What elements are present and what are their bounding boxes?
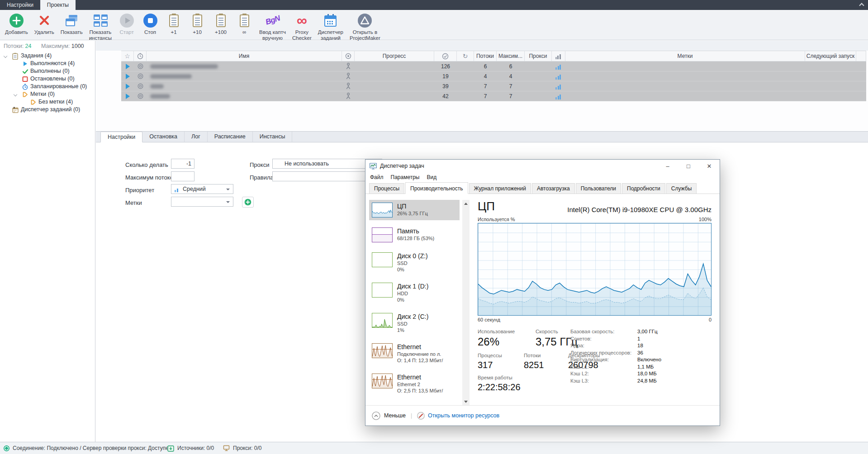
add-1-try-button[interactable]: +1 (162, 10, 185, 35)
disk1-mini-chart (372, 283, 393, 298)
add-10-tries-button[interactable]: +10 (185, 10, 209, 35)
task-row[interactable]: 126 6 6 (121, 61, 866, 71)
next-run-column-header[interactable]: Следующий запуск (805, 51, 856, 61)
favorite-column-header[interactable]: ☆ (121, 51, 134, 61)
menu-view[interactable]: Вид (423, 174, 440, 180)
minimize-button[interactable]: – (657, 160, 678, 172)
person-icon (345, 63, 351, 70)
tab-settings[interactable]: Настройки (100, 132, 142, 142)
state-column-header[interactable] (134, 51, 147, 61)
tab-instances[interactable]: Инстансы (253, 132, 293, 142)
check-circle-icon (442, 53, 449, 60)
start-button[interactable]: Старт (115, 10, 138, 35)
tab-schedule[interactable]: Расписание (208, 132, 253, 142)
proxy-checker-button[interactable]: ∞ Proxy Checker (289, 10, 315, 41)
task-scheduler-button[interactable]: Диспетчер заданий (315, 10, 346, 41)
perf-item-ethernet1[interactable]: EthernetПодключение по л.О: 1,4 П: 12,3 … (369, 340, 460, 366)
perf-item-cpu[interactable]: ЦП26% 3,75 ГГц (369, 200, 460, 220)
add-label-button[interactable] (242, 197, 254, 208)
menu-file[interactable]: Файл (366, 174, 387, 180)
open-resource-monitor-link[interactable]: Открыть монитор ресурсов (428, 412, 499, 419)
timer-icon (22, 84, 28, 90)
menu-options[interactable]: Параметры (387, 174, 423, 180)
max-column-header[interactable]: Максим... (497, 51, 525, 61)
stop-button[interactable]: Стоп (138, 10, 162, 35)
close-button[interactable]: ✕ (699, 160, 720, 172)
proxy-column-header[interactable]: Прокси (525, 51, 552, 61)
add-100-tries-button[interactable]: +100 (209, 10, 232, 35)
show-button[interactable]: Показать (57, 10, 86, 35)
cpu-details: Базовая скорость:3,00 ГГц Сокетов:1 Ядра… (570, 328, 711, 384)
start-icon (119, 12, 134, 29)
stats-column-header[interactable] (552, 51, 565, 61)
max-threads-input[interactable] (171, 171, 194, 181)
perf-item-memory[interactable]: Память68/128 ГБ (53%) (369, 225, 460, 245)
tab-users[interactable]: Пользователи (576, 183, 621, 194)
add-button[interactable]: Добавить (2, 10, 31, 35)
manual-captcha-button[interactable]: BgN Ввод каптч вручную (256, 10, 289, 41)
retry-column-header[interactable]: ↻ (457, 51, 474, 61)
tree-item-stopped[interactable]: Остановлены (0) (0, 75, 95, 83)
sidebar-scrollbar[interactable] (462, 200, 470, 405)
stats-icon[interactable] (555, 93, 562, 99)
tree-item-completed[interactable]: Выполнены (0) (0, 67, 95, 75)
threads-column-header[interactable]: Потоки (474, 51, 497, 61)
tab-stop[interactable]: Остановка (142, 132, 185, 142)
tree-item-running[interactable]: Выполняются (4) (0, 60, 95, 67)
tree-item-labels[interactable]: Метки (0) (0, 90, 95, 98)
tab-performance[interactable]: Производительность (405, 182, 468, 194)
tree-item-no-label[interactable]: Без метки (4) (0, 98, 95, 106)
open-in-projectmaker-button[interactable]: Открыть в ProjectMaker (346, 10, 384, 41)
maximize-button[interactable]: □ (678, 160, 699, 172)
app-tab-settings[interactable]: Настройки (0, 0, 40, 10)
perf-item-ethernet2[interactable]: EthernetEthernet 2О: 2,5 П: 13,5 Мбит/ (369, 371, 460, 397)
tab-log[interactable]: Лог (185, 132, 208, 142)
scroll-down-icon[interactable] (462, 398, 470, 405)
tree-item-tasks[interactable]: Задания (4) (0, 52, 95, 60)
running-icon (126, 64, 130, 69)
progress-column-header[interactable]: Прогресс (355, 51, 434, 61)
task-name-redacted (150, 84, 164, 89)
stats-icon[interactable] (555, 83, 562, 90)
cpu-usage-chart[interactable] (478, 223, 711, 316)
tab-processes[interactable]: Процессы (369, 183, 404, 194)
tree-item-scheduled[interactable]: Запланированные (0) (0, 83, 95, 90)
taskmgr-title-bar[interactable]: Диспетчер задач – □ ✕ (365, 160, 720, 172)
perf-item-disk0[interactable]: Диск 0 (Z:)SSD0% (369, 250, 460, 275)
expander-icon[interactable] (4, 54, 7, 58)
task-row[interactable]: 19 4 4 (121, 71, 866, 81)
task-row[interactable]: 39 7 7 (121, 81, 866, 91)
how-many-input[interactable] (171, 159, 194, 169)
show-instances-button[interactable]: Показать инстансы (86, 10, 115, 41)
labels-dropdown[interactable] (171, 197, 233, 207)
priority-dropdown[interactable]: Средний (171, 184, 233, 194)
tab-services[interactable]: Службы (666, 183, 697, 194)
add-infinite-tries-button[interactable]: ∞ (232, 10, 256, 35)
fewer-details-button[interactable]: Меньше (384, 412, 406, 419)
progress-cell (355, 61, 434, 71)
labels-column-header[interactable]: Метки (565, 51, 805, 61)
done-column-header[interactable] (434, 51, 457, 61)
task-row[interactable]: 42 7 7 (121, 91, 866, 101)
threads-count: 6 (474, 61, 497, 71)
chart-x-right: 0 (709, 317, 711, 322)
tree-item-task-scheduler[interactable]: Диспетчер заданий (0) (0, 106, 95, 114)
collapse-circle-icon[interactable] (372, 411, 380, 420)
perf-item-disk2[interactable]: Диск 2 (C:)SSD1% (369, 310, 460, 336)
tab-details[interactable]: Подробности (622, 183, 665, 194)
type-column-header[interactable] (342, 51, 355, 61)
perf-item-disk1[interactable]: Диск 1 (D:)HDD0% (369, 280, 460, 306)
delete-button[interactable]: Удалить (31, 10, 57, 35)
stats-icon[interactable] (555, 63, 562, 70)
scroll-up-icon[interactable] (462, 200, 470, 207)
tab-app-history[interactable]: Журнал приложений (469, 183, 531, 194)
delete-icon (38, 12, 51, 29)
expander-icon[interactable] (14, 93, 17, 96)
taskmgr-tabs: Процессы Производительность Журнал прило… (365, 182, 720, 194)
collapse-ribbon-icon[interactable] (860, 4, 863, 7)
tab-startup[interactable]: Автозагрузка (532, 183, 575, 194)
app-tab-projects[interactable]: Проекты (40, 0, 76, 10)
play-icon (22, 61, 28, 67)
stats-icon[interactable] (555, 73, 562, 80)
name-column-header[interactable]: Имя (147, 51, 342, 61)
